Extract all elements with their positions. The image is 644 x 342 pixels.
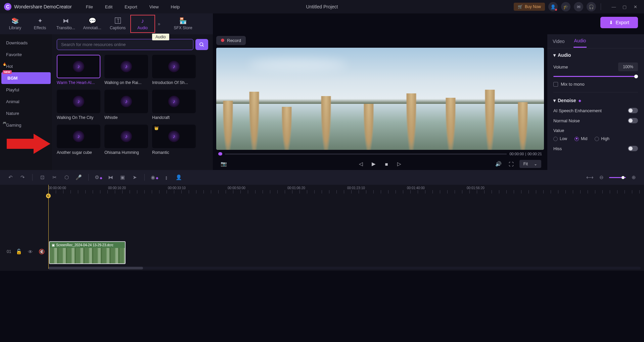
radio-low[interactable]: Low xyxy=(553,136,567,141)
cat-bgm[interactable]: NEW BGM xyxy=(1,72,51,84)
tab-transitions-label: Transitio... xyxy=(56,26,75,30)
speed-button[interactable]: ◉◆ xyxy=(151,174,158,180)
cat-gaming[interactable]: 🎮 Gaming xyxy=(0,119,52,131)
asset-card[interactable]: 👑♪Romantic xyxy=(152,125,196,155)
more-tabs-button[interactable]: » xyxy=(155,21,163,27)
search-input[interactable] xyxy=(57,39,193,50)
zoom-slider[interactable] xyxy=(609,177,626,178)
undo-button[interactable]: ↶ xyxy=(7,174,14,180)
export-button[interactable]: ⬇ Export xyxy=(600,17,638,28)
prop-tab-video[interactable]: Video xyxy=(552,35,565,47)
asset-card[interactable]: ♪Handcraft xyxy=(152,90,196,120)
academy-icon[interactable]: 🎓 xyxy=(561,2,570,11)
fit-dropdown[interactable]: Fit ⌄ xyxy=(519,160,541,168)
playhead[interactable] xyxy=(48,185,49,269)
next-frame-button[interactable]: ▷ xyxy=(395,159,404,169)
scrub-handle[interactable] xyxy=(218,152,222,156)
redo-button[interactable]: ↷ xyxy=(19,174,26,180)
snapshot-button[interactable]: 📷 xyxy=(219,159,228,169)
volume-slider[interactable] xyxy=(553,76,638,77)
tab-captions[interactable]: 🅃 Captions xyxy=(105,15,130,32)
time-current: 00:00:00 xyxy=(509,152,524,156)
timeline[interactable]: 00:00:00:0000:00:16:2000:00:33:1000:00:5… xyxy=(0,185,644,271)
asset-card[interactable]: ♪Warm The Heart-AI... xyxy=(57,55,100,85)
fit-timeline-button[interactable]: ⟷ xyxy=(586,174,594,180)
new-badge: NEW xyxy=(3,70,12,74)
track-visible-button[interactable]: 👁 xyxy=(27,249,34,255)
support-icon[interactable]: 🎧 xyxy=(587,2,596,11)
menu-export[interactable]: Export xyxy=(120,4,142,9)
track-lock-button[interactable]: 🔓 xyxy=(15,249,22,255)
menu-view[interactable]: View xyxy=(145,4,164,9)
person-button[interactable]: 👤 xyxy=(175,174,182,180)
tab-transitions[interactable]: ⧓ Transitio... xyxy=(52,15,79,32)
cat-favorite[interactable]: Favorite xyxy=(0,49,52,60)
search-icon xyxy=(199,42,204,47)
cat-nature[interactable]: Nature xyxy=(0,108,52,119)
time-total: 00:00:21 xyxy=(527,152,542,156)
play-button[interactable]: ▶ xyxy=(369,159,378,169)
normal-noise-toggle[interactable] xyxy=(628,118,638,123)
transform-button[interactable]: ⫿ xyxy=(163,175,170,180)
fullscreen-button[interactable]: ⛶ xyxy=(507,159,516,169)
crop-button[interactable]: ⊡ xyxy=(39,174,46,180)
radio-high[interactable]: High xyxy=(595,136,609,141)
split-button[interactable]: ✂ xyxy=(51,174,58,180)
asset-card[interactable]: ♪Walking On The City xyxy=(57,90,100,120)
marker-button[interactable]: ⬡ xyxy=(63,174,70,180)
tab-library[interactable]: 📚 Library xyxy=(3,15,28,32)
maximize-button[interactable]: ▢ xyxy=(620,2,629,11)
timeline-scrollbar[interactable] xyxy=(48,267,641,269)
freeze-button[interactable]: ▣ xyxy=(119,174,126,180)
tab-effects[interactable]: ✦ Effects xyxy=(28,15,52,32)
timeline-ruler[interactable]: 00:00:00:0000:00:16:2000:00:33:1000:00:5… xyxy=(0,185,644,194)
cat-downloads[interactable]: Downloads xyxy=(0,37,52,49)
minimize-button[interactable]: — xyxy=(609,2,618,11)
asset-card[interactable]: ♪Another sugar cube xyxy=(57,125,100,155)
buy-now-button[interactable]: 🛒 Buy Now xyxy=(514,3,545,11)
mixmono-checkbox[interactable] xyxy=(553,82,558,87)
cursor-button[interactable]: ➤ xyxy=(131,174,138,180)
asset-label: Walking on the Rai... xyxy=(104,80,148,85)
preview-viewport[interactable] xyxy=(216,48,544,150)
export-icon: ⬇ xyxy=(609,20,613,25)
volume-button[interactable]: 🔊 xyxy=(494,159,503,169)
ai-speech-toggle[interactable] xyxy=(628,108,638,113)
asset-card[interactable]: ♪Ohisama Humming xyxy=(104,125,148,155)
track-mute-button[interactable]: 🔇 xyxy=(38,249,45,255)
asset-card[interactable]: ♪Introduction Of Sh... xyxy=(152,55,196,85)
menu-file[interactable]: File xyxy=(81,4,98,9)
ai-button[interactable]: ⚙◆ xyxy=(95,174,102,180)
app-name: Wondershare DemoCreator xyxy=(14,4,72,9)
user-icon[interactable]: 👤 xyxy=(548,2,558,11)
audio-section-toggle[interactable]: ▾ Audio xyxy=(553,52,638,58)
prop-tab-audio[interactable]: Audio xyxy=(573,35,587,48)
tab-annotations[interactable]: 💬 Annotati... xyxy=(79,15,105,32)
radio-mid[interactable]: Mid xyxy=(574,136,587,141)
cat-animal[interactable]: Animal xyxy=(0,96,52,108)
mirror-button[interactable]: ⧓ xyxy=(107,174,114,180)
search-button[interactable] xyxy=(195,39,208,50)
svg-point-0 xyxy=(200,43,203,46)
prev-frame-button[interactable]: ◁ xyxy=(356,159,366,169)
volume-value[interactable]: 100% xyxy=(618,62,638,71)
menu-edit[interactable]: Edit xyxy=(100,4,117,9)
tab-sfx-label: SFX Store xyxy=(174,26,192,30)
denoise-section-toggle[interactable]: ▾ Denoise ◆ xyxy=(553,98,638,103)
cat-playful[interactable]: Playful xyxy=(0,84,52,96)
record-button[interactable]: Record xyxy=(216,36,246,45)
stop-button[interactable]: ■ xyxy=(382,159,391,169)
asset-card[interactable]: ♪Walking on the Rai... xyxy=(104,55,148,85)
timeline-clip[interactable]: ▣ ScreenRec_2024-04-24 13-29-23.dcrc xyxy=(49,241,126,264)
asset-card[interactable]: ♪Whistle xyxy=(104,90,148,120)
zoom-in-button[interactable]: ⊕ xyxy=(630,174,637,180)
tab-audio[interactable]: ♪ Audio xyxy=(130,15,155,33)
zoom-out-button[interactable]: ⊖ xyxy=(598,174,605,180)
scrub-bar[interactable]: 00:00:00 | 00:00:21 xyxy=(216,150,544,158)
menu-help[interactable]: Help xyxy=(166,4,185,9)
tab-sfx-store[interactable]: 🏪 SFX Store xyxy=(170,15,196,32)
hiss-toggle[interactable] xyxy=(628,146,638,151)
voiceover-button[interactable]: 🎤 xyxy=(75,174,82,180)
mail-icon[interactable]: ✉ xyxy=(574,2,583,11)
close-button[interactable]: ✕ xyxy=(631,2,640,11)
